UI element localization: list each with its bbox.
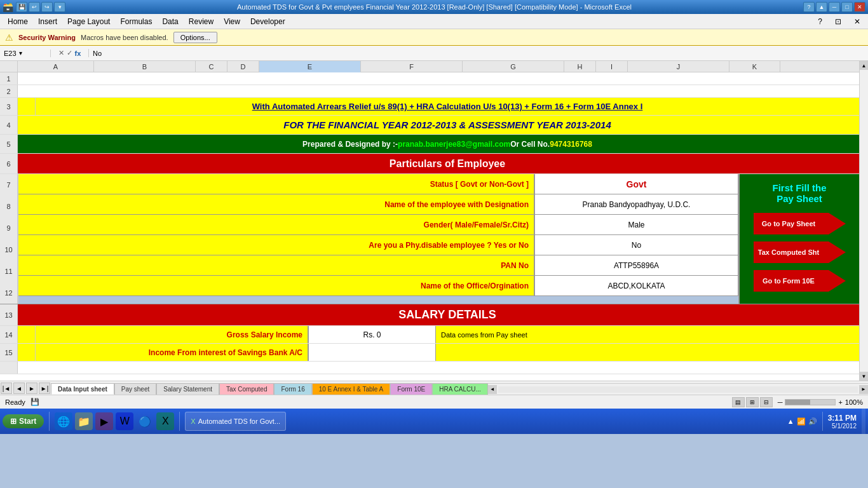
tab-nav-prev[interactable]: ◄ xyxy=(13,383,25,394)
menu-view[interactable]: View xyxy=(219,16,245,27)
col-header-c[interactable]: C xyxy=(196,61,227,72)
zoom-control[interactable]: ─ + 100% xyxy=(778,398,863,406)
window-control-buttons[interactable]: ? ▲ ─ □ ✕ xyxy=(803,2,865,12)
confirm-formula-icon[interactable]: ✓ xyxy=(67,49,72,57)
name-value[interactable]: Pranab Bandyopadhyay, U.D.C. xyxy=(535,194,738,214)
cell-15-a[interactable] xyxy=(18,344,36,361)
tab-salary-statement[interactable]: Salary Statement xyxy=(156,383,219,395)
options-button[interactable]: Options... xyxy=(173,32,217,43)
tray-arrow[interactable]: ▲ xyxy=(787,417,794,425)
vertical-scrollbar[interactable]: ▲ ▼ xyxy=(859,61,868,381)
zoom-plus-icon[interactable]: + xyxy=(838,398,842,406)
page-layout-view-button[interactable]: ⊞ xyxy=(746,397,759,407)
page-break-view-button[interactable]: ⊟ xyxy=(760,397,773,407)
tab-nav-first[interactable]: |◄ xyxy=(1,383,12,394)
col-header-a[interactable]: A xyxy=(18,61,94,72)
tab-form-10e[interactable]: Form 10E xyxy=(390,383,432,395)
status-value[interactable]: Govt xyxy=(535,174,738,194)
tab-pay-sheet[interactable]: Pay sheet xyxy=(114,383,156,395)
system-clock[interactable]: 3:11 PM 5/1/2012 xyxy=(828,414,857,430)
menu-review[interactable]: Review xyxy=(184,16,219,27)
cell-3-a[interactable] xyxy=(18,98,36,115)
pan-value[interactable]: ATTP55896A xyxy=(535,255,738,275)
scroll-left-button[interactable]: ◄ xyxy=(488,385,497,394)
close-button[interactable]: ✕ xyxy=(854,2,865,12)
col-header-h[interactable]: H xyxy=(564,61,596,72)
insert-function-icon[interactable]: fx xyxy=(75,50,81,57)
cell-4-main[interactable]: FOR THE FINANCIAL YEAR 2012-2013 & ASSES… xyxy=(36,116,859,134)
tab-nav-last[interactable]: ►| xyxy=(39,383,50,394)
savings-interest-value[interactable] xyxy=(309,344,436,361)
quick-access-redo[interactable]: ↪ xyxy=(41,2,53,12)
tax-computed-button[interactable]: Tax Computed Sht xyxy=(754,241,846,265)
cell-ref-dropdown[interactable]: ▾ xyxy=(19,50,22,57)
help-icon[interactable]: ? xyxy=(813,16,827,27)
menu-formulas[interactable]: Formulas xyxy=(115,16,157,27)
col-header-g[interactable]: G xyxy=(463,61,564,72)
office-value[interactable]: ABCD,KOLKATA xyxy=(535,276,738,295)
gender-value[interactable]: Male xyxy=(535,215,738,234)
quick-access-save[interactable]: 💾 xyxy=(16,2,27,12)
cell-3-main[interactable]: With Automated Arrears Relief u/s 89(1) … xyxy=(36,98,859,115)
cell-13-a[interactable] xyxy=(18,304,36,325)
scroll-right-button[interactable]: ► xyxy=(859,385,868,394)
minimize-button[interactable]: ─ xyxy=(829,2,840,12)
taskbar-explorer-icon[interactable]: 📁 xyxy=(75,412,93,430)
tab-data-input-sheet[interactable]: Data Input sheet xyxy=(51,383,114,395)
maximize-button[interactable]: □ xyxy=(841,2,853,12)
save-status-icon[interactable]: 💾 xyxy=(31,398,39,406)
cell-4-a[interactable] xyxy=(18,116,36,134)
col-header-i[interactable]: I xyxy=(596,61,628,72)
empty-cells[interactable] xyxy=(18,362,859,374)
col-header-b[interactable]: B xyxy=(94,61,196,72)
h-scroll-track[interactable] xyxy=(498,386,858,393)
tray-network-icon[interactable]: 📶 xyxy=(797,417,806,426)
restore-icon[interactable]: ⊡ xyxy=(830,16,846,27)
window-controls[interactable]: 💾 ↩ ↪ ▾ xyxy=(16,2,65,12)
col-header-e[interactable]: E xyxy=(259,61,361,72)
scroll-up-button[interactable]: ▲ xyxy=(860,61,869,70)
ribbon-toggle[interactable]: ▲ xyxy=(816,2,827,12)
normal-view-button[interactable]: ▤ xyxy=(732,397,745,407)
col-header-k[interactable]: K xyxy=(729,61,780,72)
tab-10e-annex[interactable]: 10 E Annex I & Table A xyxy=(312,383,391,395)
cell-reference-box[interactable]: E23 ▾ xyxy=(0,50,51,57)
taskbar-media-icon[interactable]: ▶ xyxy=(95,412,113,430)
horizontal-scrollbar[interactable]: ◄ ► xyxy=(488,383,868,395)
cell-14-a[interactable] xyxy=(18,326,36,343)
zoom-minus-icon[interactable]: ─ xyxy=(778,398,783,406)
tab-nav-next[interactable]: ► xyxy=(26,383,37,394)
quick-access-more[interactable]: ▾ xyxy=(54,2,65,12)
taskbar-ie-icon[interactable]: 🌐 xyxy=(55,412,72,430)
col-header-f[interactable]: F xyxy=(361,61,463,72)
cell-2[interactable] xyxy=(18,85,859,97)
zoom-slider[interactable] xyxy=(785,399,836,405)
menu-page-layout[interactable]: Page Layout xyxy=(62,16,115,27)
tab-tax-computed[interactable]: Tax Computed xyxy=(219,383,274,395)
col-header-j[interactable]: J xyxy=(628,61,729,72)
go-pay-sheet-button[interactable]: Go to Pay Sheet xyxy=(754,213,846,236)
formula-input[interactable]: No xyxy=(89,50,868,57)
quick-access-undo[interactable]: ↩ xyxy=(29,2,40,12)
go-form-10e-button[interactable]: Go to Form 10E xyxy=(754,270,846,294)
cell-5-a[interactable] xyxy=(18,135,36,153)
taskbar-word-icon[interactable]: W xyxy=(116,412,133,430)
gross-salary-value[interactable]: Rs. 0 xyxy=(309,326,436,343)
start-button[interactable]: ⊞ Start xyxy=(3,414,44,428)
cell-1[interactable] xyxy=(18,72,859,85)
taskbar-chrome-icon[interactable]: 🔵 xyxy=(136,412,154,430)
phy-disable-value[interactable]: No xyxy=(535,235,738,255)
tray-volume-icon[interactable]: 🔊 xyxy=(808,417,817,426)
close-doc-icon[interactable]: ✕ xyxy=(849,16,865,27)
cancel-formula-icon[interactable]: ✕ xyxy=(58,49,64,57)
help-button[interactable]: ? xyxy=(803,2,815,12)
menu-home[interactable]: Home xyxy=(3,16,33,27)
tab-form-16[interactable]: Form 16 xyxy=(274,383,311,395)
menu-developer[interactable]: Developer xyxy=(245,16,290,27)
menu-insert[interactable]: Insert xyxy=(33,16,62,27)
scroll-down-button[interactable]: ▼ xyxy=(860,372,869,381)
show-desktop-button[interactable] xyxy=(862,409,865,434)
menu-data[interactable]: Data xyxy=(157,16,183,27)
tab-hra-calcu[interactable]: HRA CALCU... xyxy=(432,383,488,395)
taskbar-excel-app[interactable]: X Automated TDS for Govt... xyxy=(185,412,286,431)
